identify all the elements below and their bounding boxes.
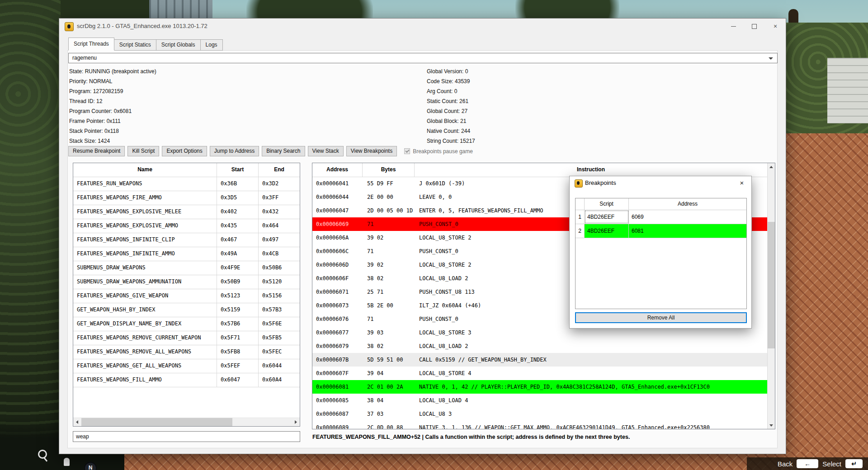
table-row[interactable]: FEATURES_WEAPONS_INFINITE_CLIP0x4670x497 [73, 233, 300, 247]
hud-select-key-icon[interactable]: ↵ [845, 459, 863, 468]
scroll-right-arrow[interactable] [292, 418, 300, 426]
disasm-row[interactable]: 0x0000607B5D 59 51 00CALL 0x5159 // GET_… [312, 353, 767, 367]
breakpoint-script-cell[interactable]: 4BD26EEF [585, 210, 629, 224]
window-title: scrDbg 2.1.0 - GTA5_Enhanced.exe 1013.20… [77, 19, 208, 34]
cell-end: 0x3FF [259, 191, 300, 205]
cell-instruction: CALL 0x5159 // GET_WEAPON_HASH_BY_INDEX [415, 353, 767, 367]
table-row[interactable]: FEATURES_WEAPONS_EXPLOSIVE_AMMO0x4350x46… [73, 219, 300, 233]
cell-start: 0x6047 [217, 373, 259, 387]
cell-start: 0x435 [217, 219, 259, 233]
hud-back-key-icon[interactable]: ← [797, 459, 818, 468]
hud-select-label[interactable]: Select [822, 460, 841, 468]
info-line: Code Size: 43539 [427, 76, 475, 86]
cell-address: 0x0000606A [312, 231, 363, 244]
cell-end: 0x60A4 [259, 373, 300, 387]
tab-script-threads[interactable]: Script Threads [68, 38, 114, 51]
dialog-title-bar[interactable]: Breakpoints × [570, 176, 751, 190]
scrollbar-thumb[interactable] [768, 222, 775, 348]
disasm-row[interactable]: 0x0000608538 04LOCAL_U8_LOAD 4 [312, 394, 767, 407]
binary-search-button[interactable]: Binary Search [262, 146, 305, 156]
table-row[interactable]: GET_WEAPON_HASH_BY_INDEX0x51590x57B3 [73, 303, 300, 317]
function-search-input[interactable] [73, 431, 300, 442]
breakpoint-row[interactable]: 14BD26EEF6069 [576, 210, 746, 224]
close-button[interactable]: × [765, 19, 786, 34]
disasm-row[interactable]: 0x0000607F39 04LOCAL_U8_STORE 4 [312, 367, 767, 380]
table-row[interactable]: FEATURES_WEAPONS_GIVE_WEAPON0x51230x5156 [73, 289, 300, 303]
cell-address: 0x00006073 [312, 299, 363, 312]
maximize-button[interactable] [744, 19, 765, 34]
cell-address: 0x00006081 [312, 380, 363, 394]
breakpoints-grid-body: 14BD26EEF606924BD26EEF6081 [576, 210, 746, 238]
minimize-button[interactable] [723, 19, 744, 34]
table-row[interactable]: FEATURES_WEAPONS_REMOVE_CURRENT_WEAPON0x… [73, 331, 300, 345]
scroll-up-arrow[interactable] [768, 163, 775, 171]
table-row[interactable]: SUBMENUS_DRAW_WEAPONS_AMMUNATION0x50B90x… [73, 275, 300, 289]
dialog-close-button[interactable]: × [732, 176, 751, 190]
cell-bytes: 2E 00 00 [363, 190, 415, 204]
breakpoint-address-cell[interactable]: 6081 [629, 224, 746, 238]
horizontal-scrollbar[interactable] [73, 418, 300, 426]
cell-address: 0x00006047 [312, 204, 363, 217]
export-options-button[interactable]: Export Options [162, 146, 207, 156]
table-row[interactable]: FEATURES_WEAPONS_FIRE_AMMO0x3D50x3FF [73, 191, 300, 205]
table-row[interactable]: FEATURES_WEAPONS_INFINITE_AMMO0x49A0x4CB [73, 247, 300, 261]
breakpoint-row[interactable]: 24BD26EEF6081 [576, 224, 746, 238]
view-breakpoints-button[interactable]: View Breakpoints [346, 146, 397, 156]
tab-script-statics[interactable]: Script Statics [114, 39, 156, 51]
info-line: Stack Size: 1424 [69, 136, 156, 146]
table-row[interactable]: FEATURES_WEAPONS_GET_ALL_WEAPONS0x5FEF0x… [73, 359, 300, 373]
table-row[interactable]: FEATURES_WEAPONS_REMOVE_ALL_WEAPONS0x5FB… [73, 345, 300, 359]
table-row[interactable]: GET_WEAPON_DISPLAY_NAME_BY_INDEX0x57B60x… [73, 317, 300, 331]
cell-name: FEATURES_WEAPONS_REMOVE_CURRENT_WEAPON [73, 331, 217, 345]
hud-back-label[interactable]: Back [778, 460, 793, 468]
scroll-down-arrow[interactable] [768, 421, 775, 429]
breakpoints-pause-game-checkbox[interactable] [404, 148, 410, 154]
scroll-left-arrow[interactable] [73, 418, 81, 426]
cell-end: 0x50B6 [259, 261, 300, 275]
table-row[interactable]: FEATURES_WEAPONS_EXPLOSIVE_MELEE0x4020x4… [73, 205, 300, 219]
disasm-row[interactable]: 0x0000607938 02LOCAL_U8_LOAD 2 [312, 339, 767, 353]
cell-address: 0x00006071 [312, 285, 363, 299]
cell-name: FEATURES_WEAPONS_EXPLOSIVE_MELEE [73, 205, 217, 219]
row-number: 2 [576, 224, 585, 238]
table-row[interactable]: SUBMENUS_DRAW_WEAPONS0x4F9E0x50B6 [73, 261, 300, 275]
row-number: 1 [576, 210, 585, 224]
cell-bytes: 38 04 [363, 394, 415, 407]
breakpoint-script-cell[interactable]: 4BD26EEF [585, 224, 629, 238]
cell-start: 0x402 [217, 205, 259, 219]
resume-breakpoint-button[interactable]: Resume Breakpoint [68, 146, 125, 156]
table-row[interactable]: FEATURES_RUN_WEAPONS0x36B0x3D2 [73, 177, 300, 191]
jump-to-address-button[interactable]: Jump to Address [210, 146, 259, 156]
kill-script-button[interactable]: Kill Script [127, 146, 159, 156]
tab-script-globals[interactable]: Script Globals [156, 39, 201, 51]
column-header-address: Address [629, 198, 746, 210]
tab-logs[interactable]: Logs [200, 39, 223, 51]
vertical-scrollbar[interactable] [767, 163, 775, 429]
table-row[interactable]: FEATURES_WEAPONS_FILL_AMMO0x60470x60A4 [73, 373, 300, 387]
disasm-row[interactable]: 0x000060892C 0D 00 88NATIVE 3, 1, 136 //… [312, 421, 767, 429]
cell-name: FEATURES_WEAPONS_FIRE_AMMO [73, 191, 217, 205]
info-line: Thread ID: 12 [69, 96, 156, 106]
breakpoint-address-cell[interactable]: 6069 [629, 210, 746, 224]
scrollbar-thumb[interactable] [81, 418, 232, 426]
disasm-row[interactable]: 0x000060812C 01 00 2ANATIVE 0, 1, 42 // … [312, 380, 767, 394]
view-stack-button[interactable]: View Stack [308, 146, 344, 156]
disasm-row[interactable]: 0x0000608737 03LOCAL_U8 3 [312, 407, 767, 421]
cell-name: SUBMENUS_DRAW_WEAPONS [73, 261, 217, 275]
title-bar[interactable]: scrDbg 2.1.0 - GTA5_Enhanced.exe 1013.20… [59, 19, 786, 34]
cell-start: 0x467 [217, 233, 259, 247]
cell-end: 0x497 [259, 233, 300, 247]
info-line: Program Counter: 0x6081 [69, 106, 156, 116]
script-dropdown[interactable]: ragemenu [68, 53, 778, 63]
cell-bytes: 25 71 [363, 285, 415, 299]
cell-bytes: 71 [363, 244, 415, 258]
toolbar: Resume BreakpointKill ScriptExport Optio… [68, 146, 473, 156]
remove-all-button[interactable]: Remove All [575, 312, 747, 323]
cell-end: 0x5FB5 [259, 331, 300, 345]
info-line: Native Count: 244 [427, 126, 475, 136]
cell-end: 0x464 [259, 219, 300, 233]
minimize-icon [731, 26, 736, 27]
cell-end: 0x5156 [259, 289, 300, 303]
cell-instruction: NATIVE 3, 1, 136 // WEAPON::GET_MAX_AMMO… [415, 421, 767, 429]
cell-address: 0x00006041 [312, 177, 363, 190]
